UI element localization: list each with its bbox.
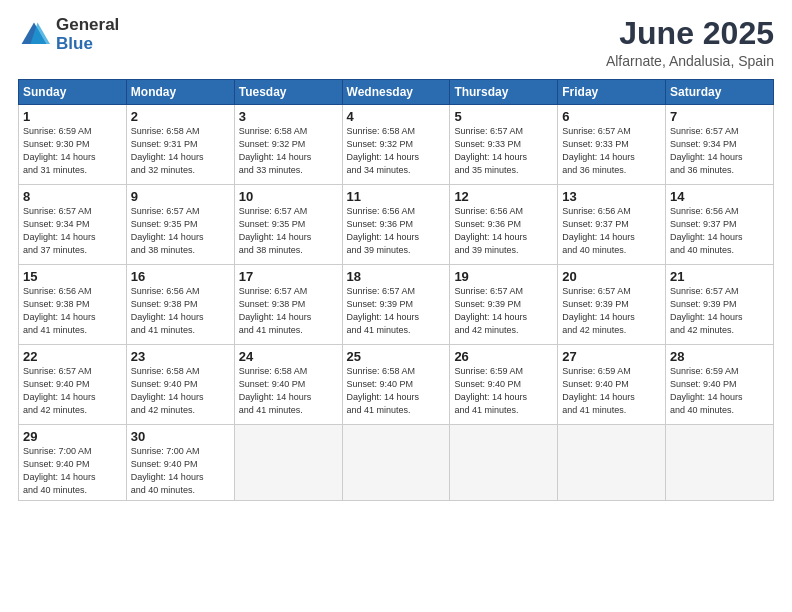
day-number: 30	[131, 429, 230, 444]
calendar-cell: 30Sunrise: 7:00 AM Sunset: 9:40 PM Dayli…	[126, 425, 234, 501]
calendar-cell	[234, 425, 342, 501]
day-number: 20	[562, 269, 661, 284]
calendar-cell	[666, 425, 774, 501]
week-row-5: 29Sunrise: 7:00 AM Sunset: 9:40 PM Dayli…	[19, 425, 774, 501]
day-number: 24	[239, 349, 338, 364]
day-info: Sunrise: 6:56 AM Sunset: 9:38 PM Dayligh…	[131, 285, 230, 337]
calendar-cell: 6Sunrise: 6:57 AM Sunset: 9:33 PM Daylig…	[558, 105, 666, 185]
day-number: 3	[239, 109, 338, 124]
day-number: 5	[454, 109, 553, 124]
calendar-cell	[342, 425, 450, 501]
calendar-cell: 9Sunrise: 6:57 AM Sunset: 9:35 PM Daylig…	[126, 185, 234, 265]
header-wednesday: Wednesday	[342, 80, 450, 105]
header-friday: Friday	[558, 80, 666, 105]
day-number: 2	[131, 109, 230, 124]
day-info: Sunrise: 6:59 AM Sunset: 9:30 PM Dayligh…	[23, 125, 122, 177]
day-number: 8	[23, 189, 122, 204]
calendar-cell: 29Sunrise: 7:00 AM Sunset: 9:40 PM Dayli…	[19, 425, 127, 501]
calendar-cell: 25Sunrise: 6:58 AM Sunset: 9:40 PM Dayli…	[342, 345, 450, 425]
title-location: Alfarnate, Andalusia, Spain	[606, 53, 774, 69]
day-info: Sunrise: 6:58 AM Sunset: 9:40 PM Dayligh…	[131, 365, 230, 417]
calendar-table: SundayMondayTuesdayWednesdayThursdayFrid…	[18, 79, 774, 501]
calendar-cell: 12Sunrise: 6:56 AM Sunset: 9:36 PM Dayli…	[450, 185, 558, 265]
calendar-cell: 21Sunrise: 6:57 AM Sunset: 9:39 PM Dayli…	[666, 265, 774, 345]
day-number: 17	[239, 269, 338, 284]
day-number: 21	[670, 269, 769, 284]
page: General Blue June 2025 Alfarnate, Andalu…	[0, 0, 792, 612]
calendar-cell: 1Sunrise: 6:59 AM Sunset: 9:30 PM Daylig…	[19, 105, 127, 185]
day-info: Sunrise: 6:57 AM Sunset: 9:35 PM Dayligh…	[131, 205, 230, 257]
day-info: Sunrise: 6:56 AM Sunset: 9:36 PM Dayligh…	[347, 205, 446, 257]
day-number: 16	[131, 269, 230, 284]
day-info: Sunrise: 6:57 AM Sunset: 9:39 PM Dayligh…	[454, 285, 553, 337]
day-number: 14	[670, 189, 769, 204]
header-row: SundayMondayTuesdayWednesdayThursdayFrid…	[19, 80, 774, 105]
calendar-cell: 5Sunrise: 6:57 AM Sunset: 9:33 PM Daylig…	[450, 105, 558, 185]
day-number: 10	[239, 189, 338, 204]
logo-text: General Blue	[56, 16, 119, 53]
day-number: 19	[454, 269, 553, 284]
header-saturday: Saturday	[666, 80, 774, 105]
week-row-1: 1Sunrise: 6:59 AM Sunset: 9:30 PM Daylig…	[19, 105, 774, 185]
day-info: Sunrise: 6:57 AM Sunset: 9:34 PM Dayligh…	[23, 205, 122, 257]
title-month: June 2025	[606, 16, 774, 51]
week-row-4: 22Sunrise: 6:57 AM Sunset: 9:40 PM Dayli…	[19, 345, 774, 425]
day-info: Sunrise: 6:57 AM Sunset: 9:39 PM Dayligh…	[562, 285, 661, 337]
day-info: Sunrise: 6:58 AM Sunset: 9:32 PM Dayligh…	[347, 125, 446, 177]
day-info: Sunrise: 6:58 AM Sunset: 9:32 PM Dayligh…	[239, 125, 338, 177]
logo: General Blue	[18, 16, 119, 53]
day-info: Sunrise: 6:56 AM Sunset: 9:38 PM Dayligh…	[23, 285, 122, 337]
calendar-cell: 22Sunrise: 6:57 AM Sunset: 9:40 PM Dayli…	[19, 345, 127, 425]
day-info: Sunrise: 7:00 AM Sunset: 9:40 PM Dayligh…	[131, 445, 230, 497]
day-info: Sunrise: 6:56 AM Sunset: 9:36 PM Dayligh…	[454, 205, 553, 257]
calendar-cell: 4Sunrise: 6:58 AM Sunset: 9:32 PM Daylig…	[342, 105, 450, 185]
title-block: June 2025 Alfarnate, Andalusia, Spain	[606, 16, 774, 69]
header-thursday: Thursday	[450, 80, 558, 105]
day-info: Sunrise: 6:57 AM Sunset: 9:40 PM Dayligh…	[23, 365, 122, 417]
calendar-cell	[558, 425, 666, 501]
calendar-cell: 28Sunrise: 6:59 AM Sunset: 9:40 PM Dayli…	[666, 345, 774, 425]
logo-blue: Blue	[56, 35, 119, 54]
day-info: Sunrise: 6:57 AM Sunset: 9:39 PM Dayligh…	[347, 285, 446, 337]
day-number: 27	[562, 349, 661, 364]
calendar-cell: 14Sunrise: 6:56 AM Sunset: 9:37 PM Dayli…	[666, 185, 774, 265]
day-info: Sunrise: 6:58 AM Sunset: 9:31 PM Dayligh…	[131, 125, 230, 177]
calendar-cell: 24Sunrise: 6:58 AM Sunset: 9:40 PM Dayli…	[234, 345, 342, 425]
week-row-2: 8Sunrise: 6:57 AM Sunset: 9:34 PM Daylig…	[19, 185, 774, 265]
day-info: Sunrise: 6:57 AM Sunset: 9:39 PM Dayligh…	[670, 285, 769, 337]
day-number: 9	[131, 189, 230, 204]
day-number: 7	[670, 109, 769, 124]
day-info: Sunrise: 6:57 AM Sunset: 9:35 PM Dayligh…	[239, 205, 338, 257]
day-info: Sunrise: 6:57 AM Sunset: 9:33 PM Dayligh…	[562, 125, 661, 177]
day-number: 6	[562, 109, 661, 124]
day-number: 4	[347, 109, 446, 124]
day-info: Sunrise: 7:00 AM Sunset: 9:40 PM Dayligh…	[23, 445, 122, 497]
day-info: Sunrise: 6:59 AM Sunset: 9:40 PM Dayligh…	[562, 365, 661, 417]
day-number: 1	[23, 109, 122, 124]
week-row-3: 15Sunrise: 6:56 AM Sunset: 9:38 PM Dayli…	[19, 265, 774, 345]
day-info: Sunrise: 6:59 AM Sunset: 9:40 PM Dayligh…	[454, 365, 553, 417]
calendar-cell: 2Sunrise: 6:58 AM Sunset: 9:31 PM Daylig…	[126, 105, 234, 185]
day-number: 12	[454, 189, 553, 204]
day-number: 11	[347, 189, 446, 204]
calendar-cell: 10Sunrise: 6:57 AM Sunset: 9:35 PM Dayli…	[234, 185, 342, 265]
calendar-cell: 26Sunrise: 6:59 AM Sunset: 9:40 PM Dayli…	[450, 345, 558, 425]
day-number: 25	[347, 349, 446, 364]
calendar-cell: 15Sunrise: 6:56 AM Sunset: 9:38 PM Dayli…	[19, 265, 127, 345]
day-info: Sunrise: 6:56 AM Sunset: 9:37 PM Dayligh…	[562, 205, 661, 257]
calendar-cell: 19Sunrise: 6:57 AM Sunset: 9:39 PM Dayli…	[450, 265, 558, 345]
header-sunday: Sunday	[19, 80, 127, 105]
day-number: 26	[454, 349, 553, 364]
calendar-cell: 11Sunrise: 6:56 AM Sunset: 9:36 PM Dayli…	[342, 185, 450, 265]
calendar-cell: 27Sunrise: 6:59 AM Sunset: 9:40 PM Dayli…	[558, 345, 666, 425]
calendar-cell: 8Sunrise: 6:57 AM Sunset: 9:34 PM Daylig…	[19, 185, 127, 265]
calendar-cell: 18Sunrise: 6:57 AM Sunset: 9:39 PM Dayli…	[342, 265, 450, 345]
calendar-cell: 3Sunrise: 6:58 AM Sunset: 9:32 PM Daylig…	[234, 105, 342, 185]
day-number: 18	[347, 269, 446, 284]
day-info: Sunrise: 6:58 AM Sunset: 9:40 PM Dayligh…	[239, 365, 338, 417]
header-tuesday: Tuesday	[234, 80, 342, 105]
calendar-cell: 7Sunrise: 6:57 AM Sunset: 9:34 PM Daylig…	[666, 105, 774, 185]
day-number: 13	[562, 189, 661, 204]
header: General Blue June 2025 Alfarnate, Andalu…	[18, 16, 774, 69]
calendar-cell	[450, 425, 558, 501]
